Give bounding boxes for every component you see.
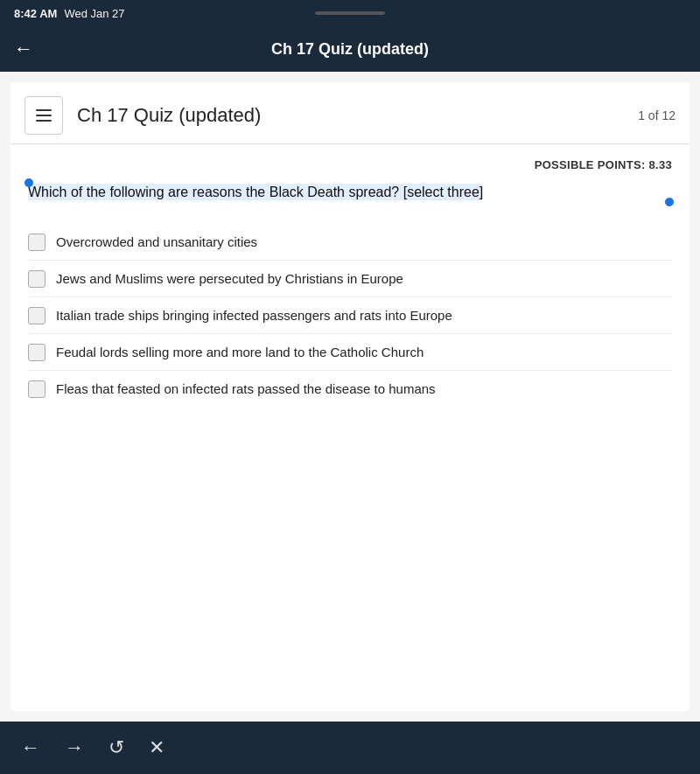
browser-bar: ← → ↺ ✕ bbox=[0, 722, 700, 774]
quiz-progress: 1 of 12 bbox=[638, 108, 676, 122]
selection-handle-left bbox=[24, 178, 33, 187]
checkbox-3[interactable] bbox=[28, 307, 46, 324]
menu-line-2 bbox=[36, 115, 52, 116]
browser-reload-button[interactable]: ↺ bbox=[108, 736, 124, 759]
answers-list: Overcrowded and unsanitary citiesJews an… bbox=[28, 224, 672, 407]
status-time: 8:42 AM bbox=[14, 7, 57, 20]
answer-option[interactable]: Overcrowded and unsanitary cities bbox=[28, 224, 672, 261]
checkbox-2[interactable] bbox=[28, 270, 46, 288]
nav-bar: ← Ch 17 Quiz (updated) bbox=[0, 26, 700, 72]
checkbox-5[interactable] bbox=[28, 380, 46, 398]
menu-button[interactable] bbox=[24, 96, 63, 135]
nav-title: Ch 17 Quiz (updated) bbox=[271, 40, 429, 59]
menu-line-1 bbox=[36, 109, 52, 111]
answer-option[interactable]: Jews and Muslims were persecuted by Chri… bbox=[28, 261, 672, 297]
question-text-wrapper: Which of the following are reasons the B… bbox=[28, 182, 672, 203]
question-text: Which of the following are reasons the B… bbox=[28, 184, 483, 200]
possible-points: POSSIBLE POINTS: 8.33 bbox=[28, 158, 672, 171]
quiz-header: Ch 17 Quiz (updated) 1 of 12 bbox=[10, 82, 690, 144]
quiz-title: Ch 17 Quiz (updated) bbox=[77, 104, 638, 127]
content-area: Ch 17 Quiz (updated) 1 of 12 POSSIBLE PO… bbox=[10, 82, 690, 711]
answer-label-3: Italian trade ships bringing infected pa… bbox=[56, 306, 452, 324]
answer-label-4: Feudal lords selling more and more land … bbox=[56, 343, 424, 361]
question-area: POSSIBLE POINTS: 8.33 Which of the follo… bbox=[10, 144, 690, 421]
answer-option[interactable]: Feudal lords selling more and more land … bbox=[28, 334, 672, 371]
notch bbox=[315, 11, 385, 15]
status-date: Wed Jan 27 bbox=[64, 7, 124, 20]
browser-forward-button[interactable]: → bbox=[65, 736, 84, 759]
status-bar: 8:42 AM Wed Jan 27 bbox=[0, 0, 700, 26]
back-button[interactable]: ← bbox=[14, 38, 33, 60]
menu-line-3 bbox=[36, 120, 52, 122]
checkbox-4[interactable] bbox=[28, 344, 46, 361]
browser-back-button[interactable]: ← bbox=[21, 736, 40, 759]
answer-label-5: Fleas that feasted on infected rats pass… bbox=[56, 380, 436, 398]
answer-label-2: Jews and Muslims were persecuted by Chri… bbox=[56, 269, 403, 288]
checkbox-1[interactable] bbox=[28, 234, 46, 251]
browser-close-button[interactable]: ✕ bbox=[149, 736, 164, 759]
answer-option[interactable]: Italian trade ships bringing infected pa… bbox=[28, 297, 672, 334]
selection-handle-right bbox=[665, 198, 674, 206]
answer-option[interactable]: Fleas that feasted on infected rats pass… bbox=[28, 371, 672, 407]
answer-label-1: Overcrowded and unsanitary cities bbox=[56, 233, 257, 251]
